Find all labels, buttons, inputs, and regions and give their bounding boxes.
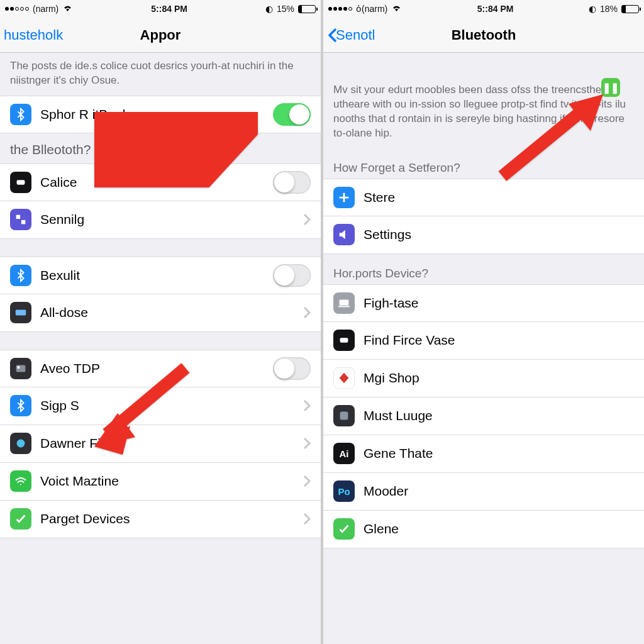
back-button[interactable]: Senotl: [327, 27, 375, 43]
device-icon: [333, 330, 355, 351]
row-label: Voict Maztine: [40, 474, 303, 489]
app-icon: [333, 405, 355, 426]
section-header: Hor.ports Device?: [323, 254, 644, 284]
row-label: Sphor R itBook: [40, 107, 273, 122]
row-label: Bexulit: [40, 268, 273, 283]
clock-label: 5::84 PM: [477, 4, 514, 14]
svg-rect-7: [340, 299, 349, 305]
diamond-icon: [333, 367, 355, 389]
sound-icon: [333, 224, 355, 245]
phone-right: ȯ(narm) 5::84 PM ◐ 18% Senotl Bluetooth …: [323, 0, 644, 644]
row-calice[interactable]: Calice: [0, 164, 321, 201]
svg-rect-0: [17, 180, 25, 184]
svg-point-6: [17, 440, 25, 448]
content-area: The posts de ide.s colice cuot desrics y…: [0, 53, 321, 644]
svg-rect-5: [18, 366, 20, 369]
status-bar: ȯ(narm) 5::84 PM ◐ 18%: [323, 0, 644, 18]
row-label: Sennilg: [40, 212, 303, 227]
row-alldose[interactable]: All-dose: [0, 294, 321, 332]
page-title: Bluetooth: [452, 27, 516, 43]
laptop-icon: [333, 292, 355, 314]
row-voictmaztine[interactable]: Voict Maztine: [0, 463, 321, 501]
chevron-right-icon: [303, 513, 311, 525]
row-fightase[interactable]: Figh-tase: [323, 284, 644, 322]
pause-badge-icon: ❚❚: [601, 78, 620, 97]
row-label: Settings: [364, 227, 634, 242]
svg-rect-3: [16, 310, 26, 316]
row-sigps[interactable]: Sigp S: [0, 387, 321, 425]
row-label: Stere: [364, 190, 634, 205]
battery-icon: [621, 5, 639, 13]
signal-dots-icon: [5, 7, 29, 11]
row-label: Gene Thate: [364, 446, 634, 461]
row-glene[interactable]: Glene: [323, 511, 644, 548]
svg-rect-8: [338, 306, 350, 307]
row-main-toggle[interactable]: Sphor R itBook: [0, 96, 321, 133]
row-pargetdevices[interactable]: Parget Devices: [0, 501, 321, 538]
row-label: All-dose: [40, 305, 303, 320]
chevron-right-icon: [303, 399, 311, 412]
chevron-right-icon: [303, 306, 311, 319]
battery-percent: 18%: [600, 4, 618, 14]
phone-left: (narm) 5::84 PM ◐ 15% husteholk Appor Th…: [0, 0, 321, 644]
svg-rect-2: [21, 220, 25, 224]
row-label: Glene: [364, 521, 634, 536]
bluetooth-icon: [10, 265, 31, 286]
signal-dots-icon: [328, 7, 352, 11]
row-genethate[interactable]: Ai Gene Thate: [323, 435, 644, 473]
row-dawnerfid[interactable]: Dawner Fid: [0, 425, 321, 463]
battery-icon: [298, 5, 316, 13]
ai-icon: Ai: [333, 443, 355, 464]
device-icon: [10, 302, 31, 323]
row-label: Must Luuge: [364, 408, 634, 423]
row-mgishop[interactable]: Mgi Shop: [323, 360, 644, 397]
row-label: Aveo TDP: [40, 361, 273, 376]
row-label: Find Firce Vase: [364, 333, 634, 348]
toggle-switch[interactable]: [273, 171, 311, 194]
row-mustluuge[interactable]: Must Luuge: [323, 397, 644, 435]
check-icon: [333, 518, 355, 540]
content-area: ❚❚ Mv sit your edurt moobles been dass o…: [323, 53, 644, 644]
row-settings[interactable]: Settings: [323, 216, 644, 254]
chevron-right-icon: [303, 213, 311, 226]
po-icon: Po: [333, 480, 355, 502]
row-label: Dawner Fid: [40, 436, 303, 451]
toggle-switch[interactable]: [273, 103, 311, 126]
row-findfirevase[interactable]: Find Firce Vase: [323, 322, 644, 360]
bluetooth-icon: [10, 104, 31, 125]
check-icon: [10, 508, 31, 530]
svg-rect-9: [340, 338, 348, 343]
back-button[interactable]: husteholk: [4, 27, 63, 43]
battery-percent: 15%: [277, 4, 294, 14]
chevron-right-icon: [303, 437, 311, 450]
toggle-switch[interactable]: [273, 357, 311, 380]
back-label: husteholk: [4, 27, 63, 43]
svg-rect-1: [16, 215, 20, 219]
row-bexulit[interactable]: Bexulit: [0, 257, 321, 294]
row-label: Mgi Shop: [364, 370, 634, 386]
intro-text: The posts de ide.s colice cuot desrics y…: [0, 53, 321, 96]
row-aveotdp[interactable]: Aveo TDP: [0, 350, 321, 387]
toggle-switch[interactable]: [273, 264, 311, 287]
wifi-icon: [62, 4, 73, 14]
back-label: Senotl: [336, 27, 375, 43]
row-sennilg[interactable]: Sennilg: [0, 201, 321, 239]
row-label: Calice: [40, 175, 273, 190]
alarm-icon: ◐: [589, 4, 596, 14]
row-label: Mooder: [364, 484, 634, 499]
nav-bar: Senotl Bluetooth: [323, 18, 644, 53]
bluetooth-icon: [10, 395, 31, 416]
nav-bar: husteholk Appor: [0, 18, 321, 53]
row-label: Parget Devices: [40, 511, 303, 526]
carrier-label: (narm): [33, 4, 58, 14]
wifi-icon: [391, 4, 402, 14]
section-header: How Forget a Setferon?: [323, 148, 644, 179]
row-mooder[interactable]: Po Mooder: [323, 473, 644, 511]
device-icon: [10, 433, 31, 454]
wifi-icon: [10, 470, 31, 492]
clock-label: 5::84 PM: [151, 4, 187, 14]
status-bar: (narm) 5::84 PM ◐ 15%: [0, 0, 321, 18]
carrier-label: ȯ(narm): [356, 4, 387, 14]
page-title: Appor: [140, 27, 181, 43]
row-stere[interactable]: Stere: [323, 179, 644, 216]
